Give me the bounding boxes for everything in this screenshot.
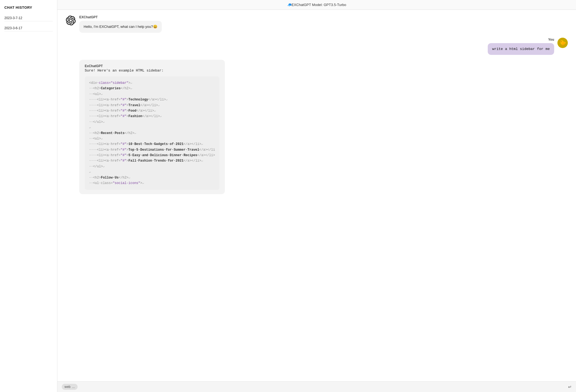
code-line-15: ····<li><a·href="#">Fall·Fashion·Trends·… bbox=[89, 158, 215, 164]
code-line-5: ····<li><a·href="#">Travel</a></li>↵ bbox=[89, 103, 215, 108]
titlebar-text: 🧢EXChatGPT Model: GPT3.5-Turbo bbox=[287, 3, 346, 7]
bot-greeting-bubble: Hello, I'm EXChatGPT, what can I help yo… bbox=[79, 21, 162, 33]
user-msg-sender: You bbox=[548, 38, 554, 41]
code-line-19: ··<ul·class="social-icons">↵ bbox=[89, 180, 215, 186]
chat-sidebar: CHAT HISTORY 2023-3-7-12 2023-3-6-17 bbox=[0, 0, 57, 392]
code-line-12: ····<li><a·href="#">10·Best·Tech·Gadgets… bbox=[89, 141, 215, 147]
user-msg-bubble: write a html sidebar for me bbox=[488, 43, 554, 55]
web-badge-text: web bbox=[64, 385, 70, 389]
main-chat-area: 🧢EXChatGPT Model: GPT3.5-Turbo EXChatGPT… bbox=[57, 0, 576, 392]
code-line-9: ↵ bbox=[89, 125, 215, 130]
code-line-17: ↵ bbox=[89, 169, 215, 175]
code-block: <div·class="sidebar">↵ ··<h2>Categories<… bbox=[85, 76, 219, 190]
code-line-18: ··<h2>Follow·Us</h2>↵ bbox=[89, 175, 215, 180]
sidebar-title: CHAT HISTORY bbox=[4, 5, 53, 10]
titlebar: 🧢EXChatGPT Model: GPT3.5-Turbo bbox=[57, 0, 576, 10]
code-line-8: ··</ul>↵ bbox=[89, 119, 215, 125]
web-badge-dots: ... bbox=[72, 385, 75, 389]
code-line-4: ····<li><a·href="#">Technology</a></li>↵ bbox=[89, 97, 215, 102]
code-line-2: ··<h2>Categories</h2>↵ bbox=[89, 86, 215, 91]
code-line-7: ····<li><a·href="#">Fashion</a></li>↵ bbox=[89, 114, 215, 119]
bot-avatar bbox=[66, 15, 76, 26]
code-intro: Sure! Here's an example HTML sidebar: bbox=[85, 69, 219, 73]
history-item-2[interactable]: 2023-3-6-17 bbox=[4, 25, 53, 31]
code-line-10: ··<h2>Recent·Posts</h2>↵ bbox=[89, 130, 215, 136]
code-line-14: ····<li><a·href="#">5·Easy·and·Delicious… bbox=[89, 153, 215, 158]
code-line-11: ··<ul>↵ bbox=[89, 136, 215, 141]
chat-messages: EXChatGPT Hello, I'm EXChatGPT, what can… bbox=[57, 10, 576, 381]
bot-greeting-sender: EXChatGPT bbox=[79, 15, 162, 19]
user-avatar: 🐤 bbox=[557, 38, 568, 48]
code-line-1: <div·class="sidebar">↵ bbox=[89, 80, 215, 86]
code-line-6: ····<li><a·href="#">Food</a></li>↵ bbox=[89, 108, 215, 114]
code-line-13: ····<li><a·href="#">Top·5·Destinations·f… bbox=[89, 147, 215, 153]
chat-input[interactable] bbox=[80, 385, 565, 389]
history-item-1[interactable]: 2023-3-7-12 bbox=[4, 15, 53, 21]
send-button[interactable]: ↵ bbox=[568, 384, 572, 390]
user-msg-content: You write a html sidebar for me bbox=[488, 38, 554, 55]
bot-code-sender: ExChatGPT bbox=[85, 64, 219, 68]
message-row-bot-code: ExChatGPT Sure! Here's an example HTML s… bbox=[66, 60, 568, 194]
web-badge[interactable]: web ... bbox=[62, 384, 78, 390]
bot-code-content: ExChatGPT Sure! Here's an example HTML s… bbox=[79, 60, 225, 194]
bot-greeting-content: EXChatGPT Hello, I'm EXChatGPT, what can… bbox=[79, 15, 162, 33]
message-row-bot-greeting: EXChatGPT Hello, I'm EXChatGPT, what can… bbox=[66, 15, 568, 33]
input-bar: web ... ↵ bbox=[57, 381, 576, 392]
code-line-3: ··<ul>↵ bbox=[89, 91, 215, 97]
message-row-user: 🐤 You write a html sidebar for me bbox=[66, 38, 568, 55]
code-line-16: ··</ul>↵ bbox=[89, 164, 215, 169]
user-avatar-emoji: 🐤 bbox=[559, 40, 566, 46]
